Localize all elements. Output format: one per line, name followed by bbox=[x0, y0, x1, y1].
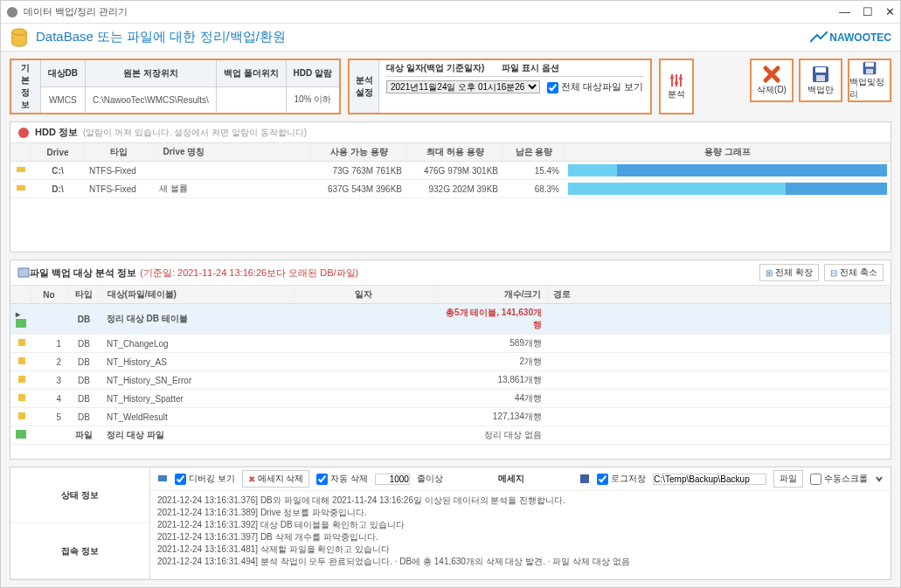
status-info-label: 상태 정보 bbox=[10, 467, 149, 523]
delete-icon bbox=[762, 65, 781, 84]
svg-rect-13 bbox=[865, 62, 874, 66]
close-button[interactable]: ✕ bbox=[885, 5, 895, 18]
svg-rect-22 bbox=[18, 376, 25, 383]
monitor-icon bbox=[157, 474, 168, 484]
log-path-input[interactable] bbox=[653, 474, 766, 485]
delete-button[interactable]: 삭제(D) bbox=[750, 59, 794, 102]
hdd-panel: HDD 정보 (알람이 꺼져 있습니다. 설정에서 켜면 알람이 동작합니다) … bbox=[10, 121, 891, 252]
top-panel: 기본 정보 대상DB원본 저장위치백업 폴더위치HDD 알람 WMCS C:\N… bbox=[10, 59, 891, 114]
connection-info-label: 접속 정보 bbox=[10, 523, 149, 579]
svg-point-7 bbox=[675, 81, 678, 85]
file-analysis-panel: 파일 백업 대상 분석 정보 (기준일: 2021-11-24 13:16:26… bbox=[10, 259, 891, 460]
basic-info-table: 기본 정보 대상DB원본 저장위치백업 폴더위치HDD 알람 WMCS C:\N… bbox=[10, 59, 341, 114]
hdd-row[interactable]: D:\NTFS-Fixed새 볼륨 637G 543M 396KB932G 20… bbox=[10, 180, 891, 198]
svg-rect-11 bbox=[816, 75, 825, 81]
manual-scroll-checkbox[interactable]: 수동스크롤 bbox=[810, 473, 868, 485]
titlebar: 데이터 백업/정리 관리기 — ☐ ✕ bbox=[1, 1, 900, 24]
save-icon bbox=[811, 65, 830, 84]
file-row[interactable]: 1DBNT_ChangeLog589개행 bbox=[10, 335, 891, 353]
backup-clean-button[interactable]: 백업및정리 bbox=[848, 59, 891, 102]
status-toolbar: 디버깅 보기 ✖메세지 삭제 자동 삭제 줄이상 메세지 로그저장 파일 수동스… bbox=[150, 467, 891, 491]
file-summary-row[interactable]: ▸DB정리 대상 DB 테이블총5개 테이블, 141,630개행 bbox=[10, 304, 891, 335]
hdd-icon bbox=[17, 127, 30, 139]
status-panel: 상태 정보 접속 정보 디버깅 보기 ✖메세지 삭제 자동 삭제 줄이상 메세지… bbox=[10, 467, 891, 580]
svg-point-8 bbox=[679, 77, 683, 80]
threshold-input[interactable] bbox=[375, 474, 410, 485]
svg-rect-14 bbox=[866, 69, 873, 74]
file-row[interactable]: 2DBNT_History_AS2개행 bbox=[10, 353, 891, 371]
show-all-checkbox[interactable]: 전체 대상파일 보기 bbox=[547, 80, 643, 93]
svg-rect-23 bbox=[18, 394, 25, 401]
analyze-settings: 분석 설정 대상 일자(백업 기준일자) 파일 표시 옵션 2021년11월24… bbox=[348, 59, 652, 114]
svg-rect-16 bbox=[17, 167, 25, 172]
log-save-checkbox[interactable]: 로그저장 bbox=[597, 473, 646, 485]
file-browse-button[interactable]: 파일 bbox=[773, 470, 803, 488]
svg-rect-18 bbox=[18, 268, 29, 277]
msg-delete-button[interactable]: ✖메세지 삭제 bbox=[242, 470, 310, 488]
basic-info-label: 기본 정보 bbox=[10, 59, 40, 114]
svg-rect-27 bbox=[580, 474, 589, 483]
database-icon bbox=[10, 28, 29, 47]
file-row[interactable]: 3DBNT_History_SN_Error13,861개행 bbox=[10, 371, 891, 390]
svg-rect-24 bbox=[18, 412, 25, 419]
auto-delete-checkbox[interactable]: 자동 삭제 bbox=[316, 473, 368, 485]
save-small-icon bbox=[579, 474, 590, 484]
backup-only-button[interactable]: 백업만 bbox=[799, 59, 842, 102]
minimize-button[interactable]: — bbox=[839, 5, 850, 18]
hdd-table: Drive 타입 Drive 명칭 사용 가능 용량 최대 허용 용량 남은 용… bbox=[10, 143, 891, 198]
date-select[interactable]: 2021년11월24일 오후 01시16분26 bbox=[386, 80, 540, 93]
svg-rect-20 bbox=[18, 339, 25, 346]
file-row[interactable]: 5DBNT_WeldResult127,134개행 bbox=[10, 408, 891, 426]
svg-point-15 bbox=[18, 128, 29, 138]
file-footer-row[interactable]: 파일정리 대상 파일정리 대상 없음 bbox=[10, 426, 891, 445]
file-row[interactable]: 4DBNT_History_Spatter44개행 bbox=[10, 390, 891, 408]
file-table: No 타입 대상(파일/테이블) 일자 개수/크기 경로 ▸DB정리 대상 DB… bbox=[10, 286, 891, 445]
svg-point-6 bbox=[670, 76, 674, 80]
svg-rect-19 bbox=[16, 319, 26, 328]
app-icon bbox=[6, 6, 18, 18]
status-log[interactable]: 2021-12-24 13:16:31.376] DB와 파일에 대해 2021… bbox=[150, 491, 891, 579]
svg-rect-25 bbox=[16, 430, 26, 439]
svg-rect-17 bbox=[17, 185, 25, 190]
svg-rect-10 bbox=[815, 67, 826, 73]
file-list-icon bbox=[17, 266, 30, 279]
svg-point-0 bbox=[7, 6, 17, 17]
svg-rect-26 bbox=[158, 475, 167, 481]
collapse-all-button[interactable]: ⊟전체 축소 bbox=[824, 264, 884, 281]
page-title: DataBase 또는 파일에 대한 정리/백업/환원 bbox=[36, 29, 286, 45]
svg-rect-21 bbox=[18, 357, 25, 364]
save-clean-icon bbox=[860, 60, 879, 76]
app-window: 데이터 백업/정리 관리기 — ☐ ✕ DataBase 또는 파일에 대한 정… bbox=[0, 0, 901, 588]
scroll-down-icon[interactable] bbox=[875, 474, 884, 483]
debug-checkbox[interactable]: 디버깅 보기 bbox=[175, 473, 235, 485]
header: DataBase 또는 파일에 대한 정리/백업/환원 NAWOOTEC bbox=[1, 24, 900, 52]
vendor-logo: NAWOOTEC bbox=[810, 31, 891, 44]
maximize-button[interactable]: ☐ bbox=[863, 5, 873, 18]
analyze-button[interactable]: 분석 bbox=[659, 59, 694, 114]
hdd-row[interactable]: C:\NTFS-Fixed 73G 763M 761KB476G 979M 30… bbox=[10, 162, 891, 180]
window-title: 데이터 백업/정리 관리기 bbox=[24, 5, 839, 18]
expand-all-button[interactable]: ⊞전체 확장 bbox=[759, 264, 819, 281]
sliders-icon bbox=[669, 73, 684, 88]
